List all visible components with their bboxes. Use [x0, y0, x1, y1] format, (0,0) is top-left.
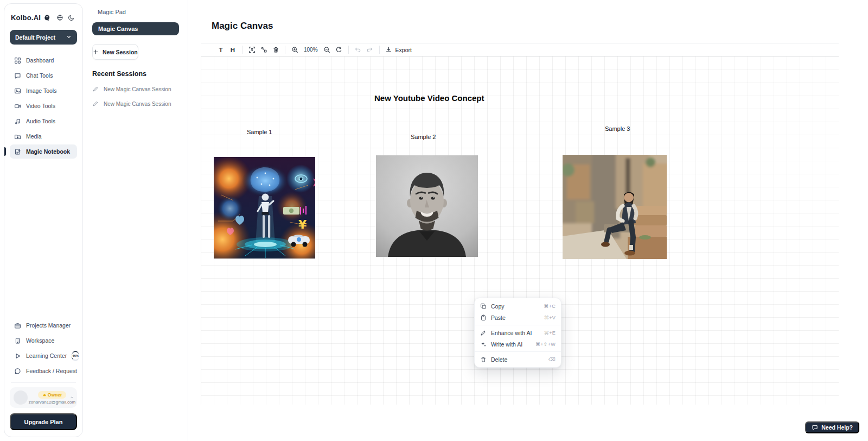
menu-item-label: Write with AI: [491, 341, 522, 348]
rotate-icon: [335, 46, 342, 53]
crown-icon: [42, 393, 47, 397]
role-badge: Owner: [38, 391, 66, 399]
video-icon: [14, 103, 21, 110]
brain-logo-icon: [42, 12, 52, 22]
ai-select-tool-button[interactable]: [246, 45, 258, 55]
menu-shortcut: ⌘+E: [544, 330, 556, 336]
sidebar-item-projects-manager[interactable]: Projects Manager: [10, 318, 77, 332]
upgrade-plan-button[interactable]: Upgrade Plan: [10, 413, 77, 430]
session-panel: Magic Pad Magic Canvas New Session Recen…: [84, 0, 188, 441]
ai-select-icon: [248, 46, 256, 53]
menu-item-copy[interactable]: Copy ⌘+C: [475, 300, 561, 312]
undo-button[interactable]: [352, 45, 364, 55]
sample-2-image[interactable]: [376, 155, 478, 257]
connector-icon: [260, 46, 267, 53]
trash-icon: [480, 356, 487, 363]
zoom-level[interactable]: 100%: [301, 47, 321, 53]
divider: [11, 382, 76, 383]
sidebar-item-label: Projects Manager: [26, 322, 71, 329]
zoom-out-button[interactable]: [321, 45, 333, 55]
tab-magic-canvas-label: Magic Canvas: [98, 26, 138, 32]
divider: [242, 46, 242, 54]
project-selector[interactable]: Default Project: [10, 30, 77, 45]
briefcase-icon: [14, 322, 21, 329]
divider: [475, 325, 561, 325]
reset-view-button[interactable]: [333, 45, 345, 55]
plus-icon: [93, 49, 99, 55]
menu-item-enhance-with-ai[interactable]: Enhance with AI ⌘+E: [475, 327, 561, 338]
tab-magic-canvas[interactable]: Magic Canvas: [92, 22, 179, 35]
sample-3-label[interactable]: Sample 3: [605, 125, 630, 132]
session-list-item[interactable]: New Magic Canvas Session: [92, 100, 179, 107]
sidebar-item-dashboard[interactable]: Dashboard: [10, 53, 77, 67]
redo-button[interactable]: [364, 45, 376, 55]
sidebar-item-feedback[interactable]: Feedback / Request: [10, 364, 77, 378]
session-item-label: New Magic Canvas Session: [104, 101, 171, 107]
sidebar-item-chat-tools[interactable]: Chat Tools: [10, 68, 77, 83]
new-session-button[interactable]: New Session: [92, 44, 138, 60]
text-tool-button[interactable]: T: [215, 45, 227, 55]
zoom-out-icon: [323, 46, 330, 53]
menu-item-label: Enhance with AI: [491, 330, 532, 336]
chevron-down-icon: [66, 34, 72, 41]
heading-tool-button[interactable]: H: [227, 45, 239, 55]
user-card[interactable]: Owner zoharvan12@gmail.com: [10, 387, 77, 408]
globe-icon[interactable]: [55, 12, 65, 22]
image-icon: [14, 87, 21, 94]
sidebar-item-label: Learning Center: [26, 352, 67, 359]
delete-tool-button[interactable]: [270, 45, 282, 55]
session-list-item[interactable]: New Magic Canvas Session: [92, 86, 179, 92]
connector-tool-button[interactable]: [258, 45, 270, 55]
learning-progress-ring: 66%: [72, 351, 79, 361]
sample-1-image[interactable]: ¥: [214, 157, 315, 259]
menu-shortcut: ⌘+V: [544, 315, 556, 320]
recent-sessions-title: Recent Sessions: [92, 70, 179, 78]
menu-item-label: Delete: [491, 356, 507, 363]
zoom-in-button[interactable]: [289, 45, 301, 55]
menu-shortcut: ⌘+C: [544, 304, 556, 309]
sidebar-item-label: Magic Notebook: [26, 148, 70, 155]
need-help-button[interactable]: Need Help?: [805, 421, 859, 433]
sidebar-item-video-tools[interactable]: Video Tools: [10, 99, 77, 113]
sidebar-item-image-tools[interactable]: Image Tools: [10, 84, 77, 98]
sidebar-item-label: Audio Tools: [26, 118, 55, 124]
media-icon: [14, 133, 21, 140]
sidebar-item-learning-center[interactable]: Learning Center 66%: [10, 349, 77, 363]
chat-round-icon: [14, 368, 21, 375]
menu-item-delete[interactable]: Delete ⌫: [475, 354, 561, 365]
pencil-icon: [92, 100, 99, 107]
menu-item-label: Paste: [491, 314, 506, 321]
sidebar-item-magic-notebook[interactable]: Magic Notebook: [10, 144, 77, 159]
menu-item-paste[interactable]: Paste ⌘+V: [475, 312, 561, 323]
menu-item-write-with-ai[interactable]: Write with AI ⌘+⇧+W: [475, 338, 561, 350]
sidebar-nav: Dashboard Chat Tools Image Tools Video T…: [10, 53, 77, 159]
enhance-icon: [480, 330, 487, 336]
sidebar-item-media[interactable]: Media: [10, 129, 77, 143]
sample-1-label[interactable]: Sample 1: [247, 129, 272, 135]
sparkles-icon: [480, 341, 487, 348]
moon-icon[interactable]: [66, 12, 76, 22]
sample-3-image[interactable]: [563, 155, 667, 259]
tab-magic-pad[interactable]: Magic Pad: [92, 8, 179, 15]
canvas-heading-text[interactable]: New Youtube Video Concept: [374, 93, 484, 103]
building-icon: [14, 337, 21, 344]
help-chat-icon: [812, 424, 818, 431]
sidebar-footer-nav: Projects Manager Workspace Learning Cent…: [10, 318, 77, 378]
sidebar-item-label: Workspace: [26, 337, 54, 344]
export-button[interactable]: Export: [383, 46, 414, 53]
redo-icon: [366, 46, 373, 53]
notebook-icon: [14, 148, 21, 155]
trash-icon: [272, 46, 279, 53]
svg-text:¥: ¥: [298, 218, 307, 231]
sample-2-label[interactable]: Sample 2: [411, 134, 436, 140]
learning-progress-value: 66%: [72, 352, 79, 360]
sidebar-item-label: Chat Tools: [26, 72, 53, 79]
sidebar-item-label: Media: [26, 133, 42, 140]
sidebar-item-audio-tools[interactable]: Audio Tools: [10, 114, 77, 128]
sidebar-item-workspace[interactable]: Workspace: [10, 333, 77, 348]
sidebar-item-label: Dashboard: [26, 57, 54, 64]
zoom-in-icon: [291, 46, 298, 53]
chat-icon: [14, 72, 21, 79]
menu-item-label: Copy: [491, 303, 505, 310]
page-title: Magic Canvas: [212, 21, 273, 32]
